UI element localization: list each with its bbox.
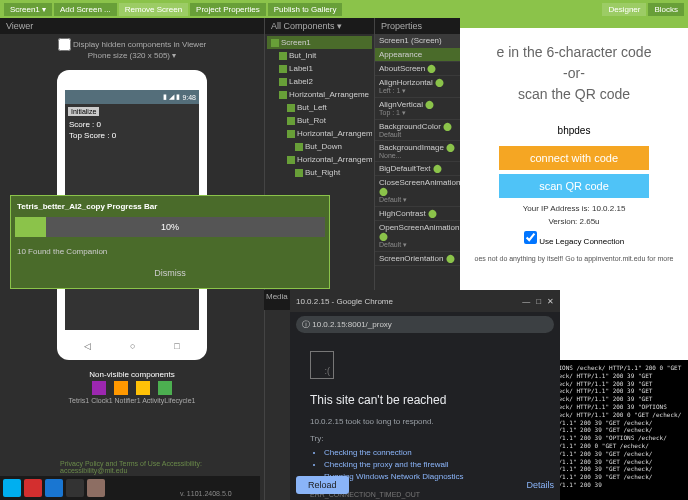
home-icon[interactable]: ○ [130, 341, 135, 351]
properties-header: Properties [375, 18, 460, 34]
taskbar-venka-icon[interactable] [66, 479, 84, 497]
top-score-label: Top Score : 0 [65, 130, 199, 141]
designer-button[interactable]: Designer [602, 3, 646, 16]
error-try-label: Try: [310, 434, 540, 443]
tree-harr3[interactable]: Horizontal_Arrangeme [267, 153, 372, 166]
chrome-tab-title: 10.0.2.15 - Google Chrome [296, 297, 393, 306]
recent-icon[interactable]: □ [174, 341, 179, 351]
media-panel-header: Media [264, 290, 290, 310]
score-label: Score : 0 [65, 119, 199, 130]
progress-dialog: Tetris_better_AI2_copy Progress Bar 10% … [10, 195, 330, 289]
version-label: v. 1101.2408.5.0 [180, 490, 232, 497]
prop-screenorientation[interactable]: ScreenOrientation ⬤ [375, 252, 460, 266]
back-icon[interactable]: ◁ [84, 341, 91, 351]
add-screen-button[interactable]: Add Screen ... [54, 3, 117, 16]
tree-but-left[interactable]: But_Left [267, 101, 372, 114]
toolbar: Screen1 ▾ Add Screen ... Remove Screen P… [0, 0, 688, 18]
prop-alignvertical[interactable]: AlignVertical ⬤Top : 1 ▾ [375, 98, 460, 120]
lifecycle-component-icon[interactable] [158, 381, 172, 395]
close-icon[interactable]: ✕ [547, 297, 554, 306]
screen-dropdown[interactable]: Screen1 ▾ [4, 3, 52, 16]
prop-alignhorizontal[interactable]: AlignHorizontal ⬤Left : 1 ▾ [375, 76, 460, 98]
prop-appearance[interactable]: Appearance [375, 48, 460, 62]
connect-with-code-button[interactable]: connect with code [499, 146, 649, 170]
tetris-component-icon[interactable] [92, 381, 106, 395]
prop-backgroundimage[interactable]: BackgroundImage ⬤None... [375, 141, 460, 162]
prop-closescreenanimation[interactable]: CloseScreenAnimation ⬤Default ▾ [375, 176, 460, 207]
nonvis-labels: Tetris1 Clock1 Notifier1 ActivityLifecyc… [4, 397, 260, 404]
tree-label1[interactable]: Label1 [267, 62, 372, 75]
prop-screen-name: Screen1 (Screen) [375, 34, 460, 48]
minimize-icon[interactable]: — [522, 297, 530, 306]
tree-but-rot[interactable]: But_Rot [267, 114, 372, 127]
error-suggestion-1[interactable]: Checking the connection [324, 447, 540, 459]
prop-openscreenanimation[interactable]: OpenScreenAnimation ⬤Default ▾ [375, 221, 460, 252]
progress-title: Tetris_better_AI2_copy Progress Bar [15, 200, 325, 213]
error-subtitle: 10.0.2.15 took too long to respond. [310, 417, 540, 426]
phone-size-dropdown[interactable]: Phone size (320 x 505) ▾ [88, 51, 177, 60]
tree-harr1[interactable]: Horizontal_Arrangeme [267, 88, 372, 101]
version-text: Version: 2.65u [460, 215, 688, 228]
companion-code: bhpdes [460, 119, 688, 142]
components-header[interactable]: All Components ▾ [265, 18, 374, 34]
companion-warning: oes not do anything by itself! Go to app… [460, 249, 688, 268]
wifi-icon: ◢ [169, 93, 174, 101]
initialize-button[interactable]: Initialize [68, 107, 99, 116]
notifier-component-icon[interactable] [136, 381, 150, 395]
footer-links[interactable]: Privacy Policy and Terms of Use Accessib… [60, 460, 264, 474]
project-properties-button[interactable]: Project Properties [190, 3, 266, 16]
legacy-checkbox[interactable]: Use Legacy Connection [460, 228, 688, 249]
taskbar-app-icon[interactable] [24, 479, 42, 497]
hidden-components-checkbox[interactable]: Display hidden components in Viewer [58, 40, 207, 49]
chrome-window: 10.0.2.15 - Google Chrome — □ ✕ ⓘ 10.0.2… [290, 290, 560, 500]
maximize-icon[interactable]: □ [536, 297, 541, 306]
tree-but-right[interactable]: But_Right [267, 166, 372, 179]
taskbar-turbotax-icon[interactable] [45, 479, 63, 497]
viewer-header: Viewer [0, 18, 264, 34]
terminal-log: "OPTIONS /echeck/ HTTP/1.1" 200 0 "GET /… [540, 360, 688, 500]
clock-component-icon[interactable] [114, 381, 128, 395]
address-bar[interactable]: ⓘ 10.0.2.15:8001/_proxy [296, 316, 554, 333]
tree-harr2[interactable]: Horizontal_Arrangeme [267, 127, 372, 140]
nonvis-title: Non-visible components [4, 370, 260, 379]
blocks-button[interactable]: Blocks [648, 3, 684, 16]
tree-but-init[interactable]: But_Init [267, 49, 372, 62]
taskbar-evony-icon[interactable] [87, 479, 105, 497]
scan-qr-button[interactable]: scan QR code [499, 174, 649, 198]
progress-bar: 10% [15, 217, 325, 237]
publish-button[interactable]: Publish to Gallery [268, 3, 343, 16]
phone-status-bar: ▮ ◢ ▮ 9:48 [65, 90, 199, 104]
ip-address-text: Your IP Address is: 10.0.2.15 [460, 202, 688, 215]
error-page-icon [310, 351, 334, 379]
prop-highcontrast[interactable]: HighContrast ⬤ [375, 207, 460, 221]
dismiss-button[interactable]: Dismiss [15, 262, 325, 284]
remove-screen-button[interactable]: Remove Screen [119, 3, 188, 16]
details-button[interactable]: Details [526, 476, 554, 494]
reload-button[interactable]: Reload [296, 476, 349, 494]
taskbar-skype-icon[interactable] [3, 479, 21, 497]
companion-heading: e in the 6-character code -or- scan the … [460, 28, 688, 119]
prop-bigdefaulttext[interactable]: BigDefaultText ⬤ [375, 162, 460, 176]
signal-icon: ▮ [163, 93, 167, 101]
battery-icon: ▮ [176, 93, 180, 101]
tree-screen1[interactable]: Screen1 [267, 36, 372, 49]
tree-label2[interactable]: Label2 [267, 75, 372, 88]
prop-backgroundcolor[interactable]: BackgroundColor ⬤Default [375, 120, 460, 141]
error-title: This site can't be reached [310, 393, 540, 407]
prop-aboutscreen[interactable]: AboutScreen ⬤ [375, 62, 460, 76]
tree-but-down[interactable]: But_Down [267, 140, 372, 153]
progress-message: 10 Found the Companion [15, 241, 325, 262]
